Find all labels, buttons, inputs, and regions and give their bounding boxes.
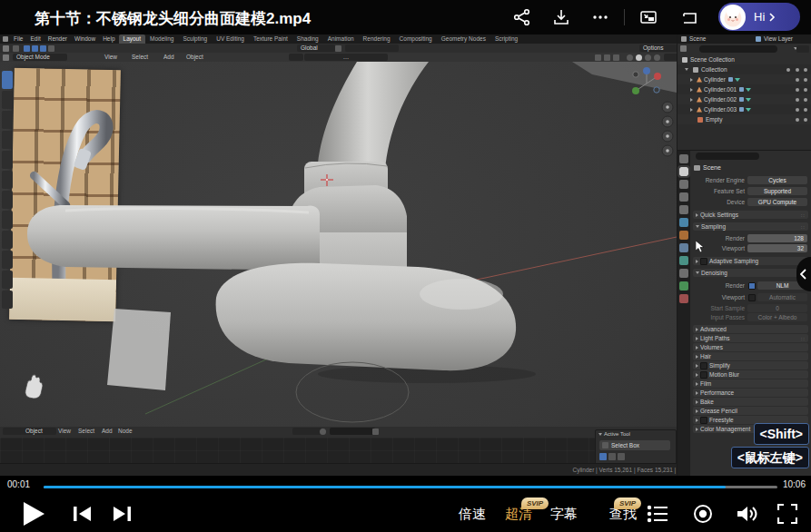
playlist-icon[interactable] [647,504,668,524]
tab-layout[interactable]: Layout [119,34,146,44]
snap-magnet-icon[interactable] [335,45,341,52]
slot-dropdown[interactable] [292,428,321,435]
progress-bar[interactable] [44,486,777,488]
tool-mode-subtract-icon[interactable] [618,453,625,460]
hide-eye-icon[interactable] [796,78,799,82]
expand-icon[interactable] [690,88,693,92]
hide-eye-icon[interactable] [796,98,799,102]
tab-world-icon[interactable] [679,218,688,227]
tab-scripting[interactable]: Scripting [490,34,522,44]
outliner-row-cylinder-002[interactable]: Cylinder.002 [677,94,811,104]
tab-particles-icon[interactable] [679,256,688,265]
share-icon[interactable] [512,7,532,27]
shading-material-icon[interactable] [645,54,651,61]
collection-hide-icon[interactable] [796,68,799,72]
denoise-start-value[interactable]: 0 [747,304,807,312]
shading-rendered-icon[interactable] [654,54,660,61]
tool-option-icon-1[interactable] [13,45,19,52]
section-grease-pencil[interactable]: Grease Pencil [693,407,808,415]
tab-animation[interactable]: Animation [323,34,359,44]
denoise-passes-dropdown[interactable]: Color + Albedo [747,313,807,321]
outliner-row-collection[interactable]: Collection [677,64,811,74]
tab-object-icon[interactable] [679,231,688,240]
section-bake[interactable]: Bake [693,398,808,406]
volume-icon[interactable] [736,503,759,525]
editor-type-dropdown[interactable] [3,428,23,435]
proportional-falloff-icon[interactable] [379,44,399,52]
motion-blur-checkbox[interactable] [700,371,707,379]
addon-dropdown[interactable]: … [304,54,388,61]
viewport-menu-object[interactable]: Object [186,53,203,62]
denoise-render-checkbox[interactable] [748,282,756,290]
editor-type-icon[interactable] [3,45,9,52]
active-tool-header[interactable]: Active Tool [598,431,630,437]
show-overlays-icon[interactable] [604,54,610,61]
shader-editor-canvas[interactable] [0,438,677,463]
tool-mode-add-icon[interactable] [608,453,616,460]
tool-mode-new-icon[interactable] [599,453,607,460]
render-visibility-icon[interactable] [804,98,807,102]
tab-modeling[interactable]: Modeling [145,34,178,44]
menu-window[interactable]: Window [71,34,99,44]
engine-dropdown[interactable]: Cycles [747,176,807,184]
section-denoising[interactable]: Denoising [693,269,808,277]
orientation-dropdown[interactable]: Global [297,44,335,52]
properties-search-input[interactable] [696,153,759,160]
viewport-menu-add[interactable]: Add [163,53,174,62]
picture-in-picture-icon[interactable] [638,7,658,27]
select-box-button[interactable]: Select Box [599,440,670,450]
shader-menu-add[interactable]: Add [102,427,113,436]
render-visibility-icon[interactable] [804,88,807,92]
tab-object-data-icon[interactable] [679,281,688,291]
tab-material-icon[interactable] [679,294,688,303]
material-name-field[interactable] [330,428,375,435]
outliner-search-input[interactable] [699,45,777,53]
tab-geometry-nodes[interactable]: Geometry Nodes [437,34,490,44]
section-volumes[interactable]: Volumes [693,343,808,351]
outliner-row-cylinder-003[interactable]: Cylinder.003 [677,104,811,114]
section-simplify[interactable]: Simplify [693,361,808,369]
tab-view-layer-icon[interactable] [679,192,688,202]
tab-render-icon[interactable] [679,167,688,176]
tab-compositing[interactable]: Compositing [395,34,437,44]
pivot-dropdown[interactable] [289,54,303,61]
section-quick-settings[interactable]: Quick Settings:: [693,211,808,219]
adaptive-checkbox[interactable] [700,258,707,265]
fake-user-icon[interactable] [372,429,379,435]
section-light-paths[interactable]: Light Paths:: [693,334,808,342]
expand-icon[interactable] [690,78,693,82]
outliner-row-cylinder[interactable]: Cylinder [677,74,811,84]
subtitles-button[interactable]: 字幕 [550,506,578,523]
viewport-editor-icon[interactable] [3,54,9,61]
expand-icon[interactable] [690,108,693,112]
freestyle-checkbox[interactable] [700,417,707,424]
view-layer-selector[interactable]: View Layer [764,34,793,44]
device-dropdown[interactable]: GPU Compute [747,198,807,206]
outliner-row-scene-collection[interactable]: Scene Collection [677,54,811,64]
render-visibility-icon[interactable] [804,108,807,112]
expand-icon[interactable] [690,98,693,102]
tab-scene-icon[interactable] [679,205,688,214]
shader-mode-dropdown[interactable]: Object [22,428,56,435]
playback-speed-button[interactable]: 倍速 [459,506,486,523]
cast-screen-icon[interactable] [679,7,699,27]
shading-solid-icon[interactable] [636,54,642,61]
collection-expand-icon[interactable] [685,68,688,71]
tab-physics-icon[interactable] [679,269,688,278]
viewport-menu-select[interactable]: Select [132,53,148,62]
sampling-viewport-value[interactable]: 32 [747,244,807,252]
section-advanced[interactable]: Advanced [693,325,808,333]
tool-option-icon-4[interactable] [40,45,46,52]
shading-wireframe-icon[interactable] [627,54,633,61]
mode-dropdown[interactable]: Object Mode [13,54,67,61]
shader-menu-view[interactable]: View [58,427,71,436]
hide-eye-icon[interactable] [796,118,799,122]
tab-modifiers-icon[interactable] [679,243,688,252]
section-sampling[interactable]: Sampling:: [693,222,808,231]
menu-edit[interactable]: Edit [26,34,44,44]
record-screen-icon[interactable] [692,503,714,525]
shader-menu-select[interactable]: Select [78,427,94,436]
tab-texture-paint[interactable]: Texture Paint [249,34,292,44]
denoise-viewport-dropdown[interactable]: Automatic [757,293,807,301]
fullscreen-icon[interactable] [777,504,797,524]
